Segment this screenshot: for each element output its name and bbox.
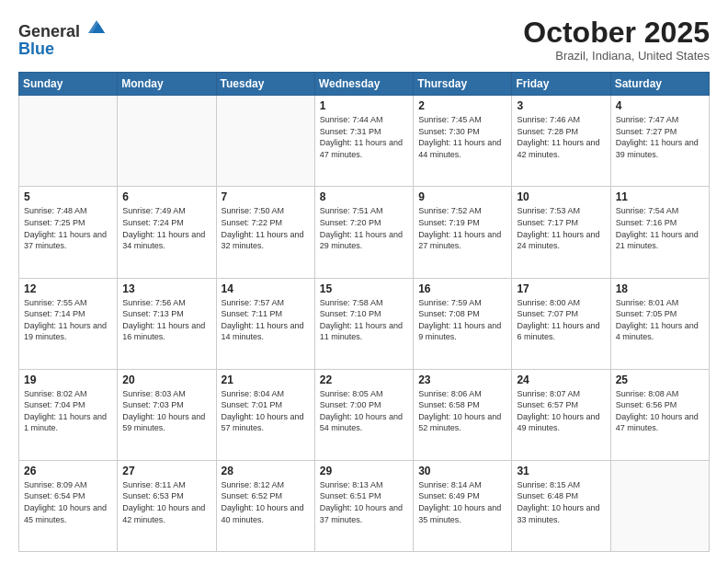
day-number-2-6: 18	[616, 282, 704, 295]
day-cell-4-4: 30Sunrise: 8:14 AM Sunset: 6:49 PM Dayli…	[414, 460, 512, 551]
day-cell-3-3: 22Sunrise: 8:05 AM Sunset: 7:00 PM Dayli…	[314, 369, 413, 460]
day-number-0-3: 1	[320, 99, 408, 112]
day-info-1-2: Sunrise: 7:50 AM Sunset: 7:22 PM Dayligh…	[222, 205, 310, 251]
day-cell-0-4: 2Sunrise: 7:45 AM Sunset: 7:30 PM Daylig…	[414, 96, 512, 187]
day-info-1-1: Sunrise: 7:49 AM Sunset: 7:24 PM Dayligh…	[122, 205, 210, 251]
header-thursday: Thursday	[414, 73, 512, 96]
day-info-4-5: Sunrise: 8:15 AM Sunset: 6:48 PM Dayligh…	[517, 479, 605, 525]
day-number-1-6: 11	[616, 190, 704, 203]
day-info-1-6: Sunrise: 7:54 AM Sunset: 7:16 PM Dayligh…	[616, 205, 704, 251]
day-cell-0-6: 4Sunrise: 7:47 AM Sunset: 7:27 PM Daylig…	[610, 96, 709, 187]
day-number-3-1: 20	[122, 373, 210, 386]
day-cell-1-5: 10Sunrise: 7:53 AM Sunset: 7:17 PM Dayli…	[512, 187, 610, 278]
day-number-3-5: 24	[517, 373, 605, 386]
day-info-4-2: Sunrise: 8:12 AM Sunset: 6:52 PM Dayligh…	[222, 479, 310, 525]
day-info-2-2: Sunrise: 7:57 AM Sunset: 7:11 PM Dayligh…	[222, 297, 310, 343]
day-number-4-3: 29	[320, 465, 408, 477]
day-number-2-0: 12	[24, 282, 112, 295]
header-wednesday: Wednesday	[314, 73, 413, 96]
day-number-2-3: 15	[320, 282, 408, 295]
day-cell-2-3: 15Sunrise: 7:58 AM Sunset: 7:10 PM Dayli…	[314, 278, 413, 369]
day-cell-2-6: 18Sunrise: 8:01 AM Sunset: 7:05 PM Dayli…	[610, 278, 709, 369]
day-number-1-0: 5	[24, 190, 112, 203]
day-number-3-2: 21	[222, 373, 310, 386]
logo-general: General	[18, 22, 80, 40]
day-cell-2-0: 12Sunrise: 7:55 AM Sunset: 7:14 PM Dayli…	[19, 278, 118, 369]
day-info-0-6: Sunrise: 7:47 AM Sunset: 7:27 PM Dayligh…	[616, 114, 704, 160]
week-row-2: 12Sunrise: 7:55 AM Sunset: 7:14 PM Dayli…	[19, 278, 710, 369]
day-number-2-1: 13	[122, 282, 210, 295]
day-cell-1-6: 11Sunrise: 7:54 AM Sunset: 7:16 PM Dayli…	[610, 187, 709, 278]
day-info-0-4: Sunrise: 7:45 AM Sunset: 7:30 PM Dayligh…	[418, 114, 506, 160]
header-friday: Friday	[512, 73, 610, 96]
day-info-2-6: Sunrise: 8:01 AM Sunset: 7:05 PM Dayligh…	[616, 297, 704, 343]
day-cell-2-4: 16Sunrise: 7:59 AM Sunset: 7:08 PM Dayli…	[414, 278, 512, 369]
header-saturday: Saturday	[610, 73, 709, 96]
header-monday: Monday	[118, 73, 216, 96]
day-info-3-0: Sunrise: 8:02 AM Sunset: 7:04 PM Dayligh…	[24, 388, 112, 434]
day-info-3-5: Sunrise: 8:07 AM Sunset: 6:57 PM Dayligh…	[517, 388, 605, 434]
day-number-1-4: 9	[418, 190, 506, 203]
day-info-4-3: Sunrise: 8:13 AM Sunset: 6:51 PM Dayligh…	[320, 479, 408, 525]
day-number-3-3: 22	[320, 373, 408, 386]
logo-icon	[86, 17, 107, 37]
week-row-1: 5Sunrise: 7:48 AM Sunset: 7:25 PM Daylig…	[19, 187, 710, 278]
day-cell-3-5: 24Sunrise: 8:07 AM Sunset: 6:57 PM Dayli…	[512, 369, 610, 460]
day-info-1-5: Sunrise: 7:53 AM Sunset: 7:17 PM Dayligh…	[517, 205, 605, 251]
weekday-header-row: Sunday Monday Tuesday Wednesday Thursday…	[19, 73, 710, 96]
day-cell-3-4: 23Sunrise: 8:06 AM Sunset: 6:58 PM Dayli…	[414, 369, 512, 460]
day-number-3-0: 19	[24, 373, 112, 386]
day-cell-3-2: 21Sunrise: 8:04 AM Sunset: 7:01 PM Dayli…	[216, 369, 314, 460]
location-subtitle: Brazil, Indiana, United States	[523, 49, 710, 63]
day-info-4-4: Sunrise: 8:14 AM Sunset: 6:49 PM Dayligh…	[418, 479, 506, 525]
day-info-2-5: Sunrise: 8:00 AM Sunset: 7:07 PM Dayligh…	[517, 297, 605, 343]
day-cell-1-4: 9Sunrise: 7:52 AM Sunset: 7:19 PM Daylig…	[414, 187, 512, 278]
day-cell-4-5: 31Sunrise: 8:15 AM Sunset: 6:48 PM Dayli…	[512, 460, 610, 551]
day-cell-1-0: 5Sunrise: 7:48 AM Sunset: 7:25 PM Daylig…	[19, 187, 118, 278]
day-cell-2-1: 13Sunrise: 7:56 AM Sunset: 7:13 PM Dayli…	[118, 278, 216, 369]
day-number-0-5: 3	[517, 99, 605, 112]
day-cell-0-2	[216, 96, 314, 187]
logo-text: General	[18, 17, 107, 40]
day-info-3-3: Sunrise: 8:05 AM Sunset: 7:00 PM Dayligh…	[320, 388, 408, 434]
day-info-3-6: Sunrise: 8:08 AM Sunset: 6:56 PM Dayligh…	[616, 388, 704, 434]
day-info-2-0: Sunrise: 7:55 AM Sunset: 7:14 PM Dayligh…	[24, 297, 112, 343]
day-cell-4-3: 29Sunrise: 8:13 AM Sunset: 6:51 PM Dayli…	[314, 460, 413, 551]
logo-blue: Blue	[18, 40, 54, 57]
day-number-2-2: 14	[222, 282, 310, 295]
day-info-1-4: Sunrise: 7:52 AM Sunset: 7:19 PM Dayligh…	[418, 205, 506, 251]
week-row-4: 26Sunrise: 8:09 AM Sunset: 6:54 PM Dayli…	[19, 460, 710, 551]
day-number-2-5: 17	[517, 282, 605, 295]
day-info-4-0: Sunrise: 8:09 AM Sunset: 6:54 PM Dayligh…	[24, 479, 112, 525]
day-number-4-0: 26	[24, 465, 112, 477]
day-number-3-4: 23	[418, 373, 506, 386]
day-number-1-3: 8	[320, 190, 408, 203]
day-number-1-2: 7	[222, 190, 310, 203]
header-tuesday: Tuesday	[216, 73, 314, 96]
day-info-1-3: Sunrise: 7:51 AM Sunset: 7:20 PM Dayligh…	[320, 205, 408, 251]
day-number-3-6: 25	[616, 373, 704, 386]
day-number-1-1: 6	[122, 190, 210, 203]
day-cell-0-5: 3Sunrise: 7:46 AM Sunset: 7:28 PM Daylig…	[512, 96, 610, 187]
day-cell-2-2: 14Sunrise: 7:57 AM Sunset: 7:11 PM Dayli…	[216, 278, 314, 369]
day-cell-4-0: 26Sunrise: 8:09 AM Sunset: 6:54 PM Dayli…	[19, 460, 118, 551]
day-info-3-1: Sunrise: 8:03 AM Sunset: 7:03 PM Dayligh…	[122, 388, 210, 434]
day-info-2-3: Sunrise: 7:58 AM Sunset: 7:10 PM Dayligh…	[320, 297, 408, 343]
day-number-4-4: 30	[418, 465, 506, 477]
day-info-4-1: Sunrise: 8:11 AM Sunset: 6:53 PM Dayligh…	[122, 479, 210, 525]
calendar-table: Sunday Monday Tuesday Wednesday Thursday…	[18, 72, 710, 552]
day-number-0-6: 4	[616, 99, 704, 112]
logo: General Blue	[18, 17, 107, 57]
day-info-1-0: Sunrise: 7:48 AM Sunset: 7:25 PM Dayligh…	[24, 205, 112, 251]
day-cell-3-1: 20Sunrise: 8:03 AM Sunset: 7:03 PM Dayli…	[118, 369, 216, 460]
day-cell-2-5: 17Sunrise: 8:00 AM Sunset: 7:07 PM Dayli…	[512, 278, 610, 369]
day-info-3-2: Sunrise: 8:04 AM Sunset: 7:01 PM Dayligh…	[222, 388, 310, 434]
day-info-0-5: Sunrise: 7:46 AM Sunset: 7:28 PM Dayligh…	[517, 114, 605, 160]
day-cell-0-3: 1Sunrise: 7:44 AM Sunset: 7:31 PM Daylig…	[314, 96, 413, 187]
day-info-2-4: Sunrise: 7:59 AM Sunset: 7:08 PM Dayligh…	[418, 297, 506, 343]
day-number-4-5: 31	[517, 465, 605, 477]
day-info-0-3: Sunrise: 7:44 AM Sunset: 7:31 PM Dayligh…	[320, 114, 408, 160]
day-cell-4-2: 28Sunrise: 8:12 AM Sunset: 6:52 PM Dayli…	[216, 460, 314, 551]
day-cell-3-6: 25Sunrise: 8:08 AM Sunset: 6:56 PM Dayli…	[610, 369, 709, 460]
day-cell-1-1: 6Sunrise: 7:49 AM Sunset: 7:24 PM Daylig…	[118, 187, 216, 278]
